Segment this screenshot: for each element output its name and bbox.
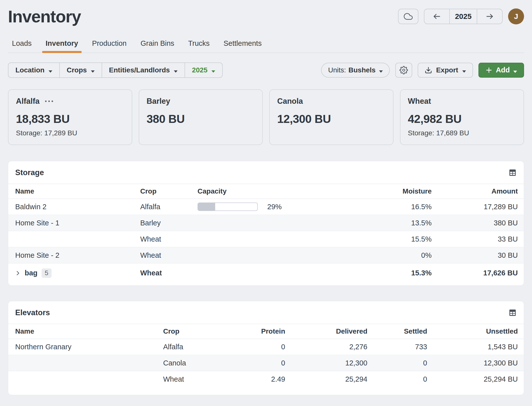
storage-row-baldwin-2[interactable]: Baldwin 2 Alfalfa 29% 16.5% 17,289 BU <box>8 199 524 215</box>
tab-settlements[interactable]: Settlements <box>224 39 262 52</box>
tab-trucks[interactable]: Trucks <box>188 39 210 52</box>
storage-panel-title: Storage <box>15 168 44 177</box>
storage-header-row: Name Crop Capacity Moisture Amount <box>8 184 524 199</box>
column-header-crop: Crop <box>140 184 198 199</box>
inventory-page: Inventory 2025 J <box>0 0 532 395</box>
storage-capacity-cell <box>198 263 310 283</box>
filter-crops-label: Crops <box>67 66 87 74</box>
storage-row-home-site-1[interactable]: Home Site - 1 Barley 13.5% 380 BU <box>8 215 524 231</box>
elevator-settled-cell: 733 <box>367 339 427 355</box>
elevators-panel-title: Elevators <box>15 308 50 317</box>
elevator-protein-cell: 2.49 <box>228 371 285 387</box>
storage-name-cell: bag 5 <box>8 263 140 283</box>
storage-row-home-site-1-wheat[interactable]: Wheat 15.5% 33 BU <box>8 231 524 247</box>
storage-capacity-cell <box>198 247 310 263</box>
elevator-unsettled-cell: 1,543 BU <box>427 339 524 355</box>
elevator-row-northern-granary-canola[interactable]: Canola 0 12,300 0 12,300 BU <box>8 355 524 371</box>
elevator-crop-cell: Wheat <box>163 371 228 387</box>
previous-year-button[interactable] <box>424 9 449 24</box>
column-header-name: Name <box>8 324 163 339</box>
cloud-icon <box>404 12 413 21</box>
crop-name: Canola <box>277 97 303 106</box>
settings-button[interactable] <box>395 63 412 78</box>
units-button[interactable]: Units: Bushels <box>321 63 390 78</box>
top-bar: Inventory 2025 J <box>8 6 524 27</box>
table-view-icon[interactable] <box>508 168 517 177</box>
crop-card-canola[interactable]: Canola 12,300 BU <box>269 89 394 145</box>
capacity-percent-label: 29% <box>267 203 282 211</box>
year-value: 2025 <box>449 9 477 24</box>
chevron-down-icon <box>174 66 178 74</box>
expand-bag-toggle[interactable]: bag 5 <box>15 268 140 278</box>
filter-location[interactable]: Location <box>8 63 60 77</box>
elevator-delivered-cell: 12,300 <box>285 355 367 371</box>
download-icon <box>425 66 432 74</box>
elevator-settled-cell: 0 <box>367 355 427 371</box>
elevator-protein-cell: 0 <box>228 355 285 371</box>
gear-icon <box>399 66 408 74</box>
storage-crop-cell: Barley <box>140 215 198 231</box>
tab-grain-bins[interactable]: Grain Bins <box>140 39 174 52</box>
filter-crops[interactable]: Crops <box>60 63 102 77</box>
storage-crop-cell: Alfalfa <box>140 199 198 215</box>
tab-production[interactable]: Production <box>92 39 127 52</box>
crop-card-alfalfa[interactable]: Alfalfa 18,833 BU Storage: 17,289 BU <box>8 89 132 145</box>
table-view-icon[interactable] <box>508 308 517 317</box>
storage-moisture-cell: 15.5% <box>310 231 432 247</box>
units-value: Bushels <box>348 66 376 74</box>
chevron-right-icon <box>15 270 21 276</box>
elevator-name-cell <box>8 371 163 387</box>
storage-crop-cell: Wheat <box>140 231 198 247</box>
next-year-button[interactable] <box>477 9 502 24</box>
column-header-delivered: Delivered <box>285 324 367 339</box>
toolbar-actions: Units: Bushels Export Add <box>321 63 524 78</box>
filter-entities-landlords[interactable]: Entities/Landlords <box>102 63 185 77</box>
storage-crop-cell: Wheat <box>140 263 198 283</box>
filter-toolbar: Location Crops Entities/Landlords 2025 U… <box>8 62 524 78</box>
elevator-unsettled-cell: 12,300 BU <box>427 355 524 371</box>
elevators-header-row: Name Crop Protein Delivered Settled Unse… <box>8 324 524 339</box>
plus-icon <box>485 67 492 74</box>
more-options-icon[interactable] <box>45 100 54 102</box>
storage-group-row-bag[interactable]: bag 5 Wheat 15.3% 17,626 BU <box>8 263 524 283</box>
elevator-delivered-cell: 25,294 <box>285 371 367 387</box>
elevator-row-northern-granary-wheat[interactable]: Wheat 2.49 25,294 0 25,294 BU <box>8 371 524 387</box>
storage-capacity-cell <box>198 231 310 247</box>
crop-total-amount: 380 BU <box>147 112 255 126</box>
tab-bar: Loads Inventory Production Grain Bins Tr… <box>8 39 524 53</box>
column-header-protein: Protein <box>228 324 285 339</box>
storage-row-home-site-2[interactable]: Home Site - 2 Wheat 0% 30 BU <box>8 247 524 263</box>
tab-inventory[interactable]: Inventory <box>46 39 78 52</box>
elevator-name-cell <box>8 355 163 371</box>
elevator-delivered-cell: 2,276 <box>285 339 367 355</box>
add-button[interactable]: Add <box>478 63 524 78</box>
filter-location-label: Location <box>15 66 45 74</box>
export-button[interactable]: Export <box>418 63 473 78</box>
filter-year[interactable]: 2025 <box>185 63 222 77</box>
storage-name-cell: Home Site - 1 <box>8 215 140 231</box>
storage-table: Name Crop Capacity Moisture Amount Baldw… <box>8 184 524 283</box>
storage-moisture-cell: 0% <box>310 247 432 263</box>
filter-group: Location Crops Entities/Landlords 2025 <box>8 62 223 78</box>
chevron-down-icon <box>513 66 517 75</box>
crop-total-amount: 42,982 BU <box>408 112 516 126</box>
export-label: Export <box>436 66 458 74</box>
elevator-settled-cell: 0 <box>367 371 427 387</box>
column-header-amount: Amount <box>432 184 524 199</box>
column-header-unsettled: Unsettled <box>427 324 524 339</box>
user-avatar[interactable]: J <box>508 8 524 24</box>
capacity-bar-fill <box>198 203 215 210</box>
filter-entities-label: Entities/Landlords <box>109 66 170 74</box>
crop-card-wheat[interactable]: Wheat 42,982 BU Storage: 17,689 BU <box>400 89 524 145</box>
crop-storage-amount: Storage: 17,689 BU <box>408 129 516 138</box>
sync-button[interactable] <box>398 9 418 24</box>
storage-amount-cell: 17,626 BU <box>432 263 524 283</box>
tab-loads[interactable]: Loads <box>12 39 32 52</box>
elevator-row-northern-granary-alfalfa[interactable]: Northern Granary Alfalfa 0 2,276 733 1,5… <box>8 339 524 355</box>
crop-card-barley[interactable]: Barley 380 BU <box>139 89 263 145</box>
filter-year-label: 2025 <box>192 66 207 74</box>
storage-capacity-cell: 29% <box>198 199 310 215</box>
storage-moisture-cell: 13.5% <box>310 215 432 231</box>
elevator-protein-cell: 0 <box>228 339 285 355</box>
column-header-moisture: Moisture <box>310 184 432 199</box>
